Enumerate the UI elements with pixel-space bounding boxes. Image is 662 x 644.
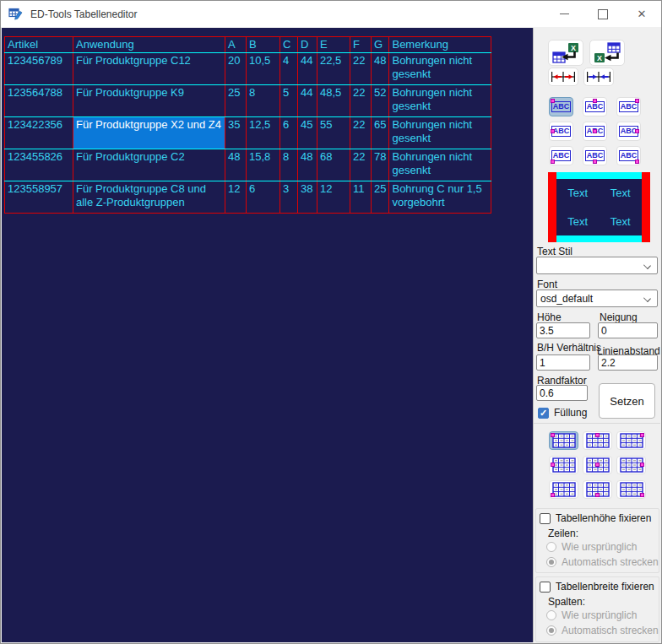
table-cell[interactable]: 4 bbox=[280, 53, 298, 85]
minimize-button[interactable] bbox=[545, 1, 583, 27]
table-anchor-middle-right-button[interactable] bbox=[616, 456, 646, 474]
text-anchor-top-center-button[interactable]: ABC bbox=[583, 97, 607, 116]
table-cell[interactable]: 55 bbox=[317, 117, 350, 149]
table-cell[interactable]: 68 bbox=[317, 149, 350, 181]
table-cell[interactable]: 8 bbox=[247, 85, 280, 117]
header-cell[interactable]: B bbox=[247, 37, 280, 53]
table-cell[interactable]: 123422356 bbox=[5, 117, 73, 149]
table-anchor-middle-center-button[interactable] bbox=[583, 456, 612, 474]
table-cell[interactable]: 48 bbox=[298, 149, 317, 181]
table-cell[interactable]: Für Produktgruppe C12 bbox=[73, 53, 225, 85]
text-anchor-middle-left-button[interactable]: ABC bbox=[549, 122, 573, 141]
table-cell[interactable]: 48,5 bbox=[317, 85, 350, 117]
table-cell-selected[interactable]: Für Produktgruppe X2 und Z4 bbox=[73, 117, 225, 149]
header-cell[interactable]: Artikel bbox=[5, 37, 73, 53]
table-cell[interactable]: Für Produktgruppe C8 und alle Z-Produktg… bbox=[73, 181, 225, 214]
fuellung-checkbox[interactable] bbox=[538, 408, 549, 419]
table-cell[interactable]: 12 bbox=[225, 181, 247, 214]
table-anchor-top-center-button[interactable] bbox=[583, 431, 612, 450]
table-anchor-bottom-right-button[interactable] bbox=[616, 480, 646, 499]
table-cell[interactable]: 10,5 bbox=[247, 53, 280, 85]
linienabstand-input[interactable] bbox=[598, 354, 658, 371]
table-anchor-bottom-left-button[interactable] bbox=[549, 480, 578, 499]
table-anchor-middle-left-button[interactable] bbox=[549, 456, 578, 474]
maximize-button[interactable] bbox=[583, 1, 622, 27]
header-cell[interactable]: A bbox=[225, 37, 247, 53]
font-select[interactable]: osd_default bbox=[536, 290, 658, 307]
table-cell[interactable]: 123455826 bbox=[5, 149, 73, 181]
table-cell[interactable]: 22 bbox=[350, 53, 372, 85]
close-button[interactable]: ✕ bbox=[622, 1, 661, 27]
table-anchor-top-right-button[interactable] bbox=[616, 431, 646, 450]
table-cell[interactable]: 3 bbox=[280, 181, 298, 214]
table-cell[interactable]: 11 bbox=[350, 181, 372, 214]
header-cell[interactable]: Bemerkung bbox=[389, 37, 491, 53]
table-cell[interactable]: Bohrungen nicht gesenkt bbox=[389, 85, 491, 117]
table-cell[interactable]: 5 bbox=[280, 85, 298, 117]
table-cell[interactable]: 78 bbox=[372, 149, 389, 181]
table-cell[interactable]: 22 bbox=[350, 85, 372, 117]
table-cell[interactable]: 65 bbox=[372, 117, 389, 149]
text-anchor-middle-right-button[interactable]: ABC bbox=[616, 122, 641, 141]
text-anchor-bottom-left-button[interactable]: ABC bbox=[549, 146, 573, 165]
table-cell[interactable]: 44 bbox=[298, 53, 317, 85]
bh-verhaeltnis-input[interactable] bbox=[536, 354, 590, 371]
table-cell[interactable]: 25 bbox=[225, 85, 247, 117]
table-cell[interactable]: Bohrung C nur 1,5 vorgebohrt bbox=[389, 181, 491, 214]
table-cell[interactable]: 12 bbox=[317, 181, 350, 214]
header-cell[interactable]: Anwendung bbox=[73, 37, 225, 53]
table-cell[interactable]: 45 bbox=[298, 117, 317, 149]
table-cell[interactable]: Bohrungen nicht gesenkt bbox=[389, 53, 491, 85]
header-cell[interactable]: D bbox=[298, 37, 317, 53]
table-cell[interactable]: 52 bbox=[372, 85, 389, 117]
table-cell[interactable]: 22 bbox=[350, 117, 372, 149]
table-cell[interactable]: 6 bbox=[280, 117, 298, 149]
table-cell[interactable]: 123558957 bbox=[5, 181, 73, 214]
table-cell[interactable]: 38 bbox=[298, 181, 317, 214]
table-cell[interactable]: 35 bbox=[225, 117, 247, 149]
neigung-input[interactable] bbox=[598, 322, 658, 338]
table-cell[interactable]: 123456789 bbox=[5, 53, 73, 85]
table-cell[interactable]: 44 bbox=[298, 85, 317, 117]
shrink-columns-button[interactable] bbox=[583, 68, 614, 86]
table-cell[interactable]: 48 bbox=[225, 149, 247, 181]
wie-urspruenglich-radio[interactable] bbox=[546, 610, 556, 620]
hoehe-input[interactable] bbox=[536, 322, 590, 338]
text-anchor-middle-center-button[interactable]: ABC bbox=[583, 122, 607, 141]
table-cell[interactable]: 48 bbox=[372, 53, 389, 85]
header-cell[interactable]: G bbox=[372, 37, 389, 53]
table-cell[interactable]: Bohrungen nicht gesenkt bbox=[389, 149, 491, 181]
table-cell[interactable]: 6 bbox=[247, 181, 280, 214]
tabellenbreite-fixieren-checkbox[interactable] bbox=[540, 582, 551, 593]
header-cell[interactable]: F bbox=[350, 37, 372, 53]
excel-export-button[interactable] bbox=[589, 40, 625, 66]
excel-import-button[interactable] bbox=[548, 40, 583, 66]
header-cell[interactable]: C bbox=[280, 37, 298, 53]
table-cell[interactable]: 22 bbox=[350, 149, 372, 181]
text-anchor-bottom-center-button[interactable]: ABC bbox=[583, 146, 607, 165]
table-anchor-top-left-button[interactable] bbox=[549, 431, 578, 450]
table-cell[interactable]: 12,5 bbox=[247, 117, 280, 149]
header-cell[interactable]: E bbox=[317, 37, 350, 53]
table-cell[interactable]: Für Produktgruppe C2 bbox=[73, 149, 225, 181]
automatisch-strecken-radio[interactable] bbox=[546, 625, 556, 636]
wie-urspruenglich-radio[interactable] bbox=[546, 542, 556, 552]
automatisch-strecken-radio[interactable] bbox=[546, 557, 556, 567]
table-cell[interactable]: Für Produktgruppe K9 bbox=[73, 85, 225, 117]
text-anchor-bottom-right-button[interactable]: ABC bbox=[616, 146, 641, 165]
table-cell[interactable]: 25 bbox=[372, 181, 389, 214]
table-cell[interactable]: 22,5 bbox=[317, 53, 350, 85]
expand-columns-button[interactable] bbox=[548, 68, 578, 86]
table-cell[interactable]: 15,8 bbox=[247, 149, 280, 181]
table-cell[interactable]: Bohrungen nicht gesenkt bbox=[389, 117, 491, 149]
setzen-button[interactable]: Setzen bbox=[599, 383, 655, 419]
text-anchor-top-right-button[interactable]: ABC bbox=[616, 97, 641, 116]
table-cell[interactable]: 123564788 bbox=[5, 85, 73, 117]
text-style-select[interactable] bbox=[536, 257, 658, 274]
table-anchor-bottom-center-button[interactable] bbox=[583, 480, 612, 499]
table-cell[interactable]: 20 bbox=[225, 53, 247, 85]
text-anchor-top-left-button[interactable]: ABC bbox=[549, 97, 573, 116]
randfaktor-input[interactable] bbox=[536, 385, 588, 401]
tabellenhoehe-fixieren-checkbox[interactable] bbox=[540, 513, 551, 524]
drawing-canvas[interactable]: Artikel Anwendung A B C D E F G Bemerkun… bbox=[2, 28, 533, 642]
